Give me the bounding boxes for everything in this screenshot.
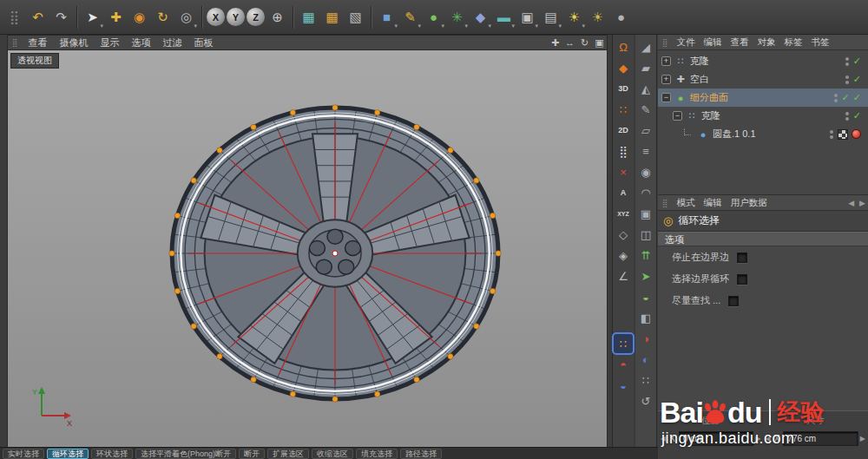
- attribute-manager-menu-item-1[interactable]: 编辑: [700, 195, 727, 210]
- normal-move-icon[interactable]: ◒: [614, 376, 633, 395]
- attribute-manager-menu-item-2[interactable]: 用户数据: [727, 195, 772, 210]
- tweak-tool-icon[interactable]: ◢: [636, 37, 655, 56]
- tree-expander[interactable]: −: [673, 111, 682, 121]
- scale-tool-icon[interactable]: ◉: [128, 6, 150, 28]
- enabled-check-icon[interactable]: ✓: [853, 74, 861, 85]
- bottom-tab-1[interactable]: 循环选择: [47, 449, 89, 459]
- snap-enable-icon[interactable]: Ω: [614, 37, 633, 56]
- spinner-right-icon[interactable]: ▶: [860, 435, 865, 443]
- normal-scale-icon[interactable]: ◒: [636, 287, 655, 306]
- lock-y-button[interactable]: Y: [227, 8, 245, 26]
- object-row-disc[interactable]: ●圆盘.1 0.1: [658, 125, 868, 143]
- size-x-field[interactable]: 776 cm: [783, 431, 858, 446]
- weld-tool-icon[interactable]: ◉: [636, 162, 655, 181]
- last-tool-icon[interactable]: ◎▾: [175, 6, 197, 28]
- panel-grip-icon[interactable]: ⣿: [658, 199, 673, 207]
- perspective-viewport[interactable]: 透视视图 Y X: [7, 50, 608, 447]
- axis-modify-icon[interactable]: ◓: [614, 355, 633, 374]
- viewport-menu-item-3[interactable]: 选项: [126, 36, 157, 49]
- snap-grid-icon[interactable]: ∷: [614, 100, 633, 119]
- material-tag-icon[interactable]: [852, 129, 861, 139]
- display-button[interactable]: ▤▾: [540, 6, 562, 28]
- visibility-dots-icon[interactable]: [845, 57, 849, 66]
- brush-tool-icon[interactable]: ◠: [636, 183, 655, 202]
- primitive-cube-button[interactable]: ■▾: [376, 6, 398, 28]
- bottom-tab-5[interactable]: 扩展选区: [267, 449, 309, 459]
- bottom-tab-7[interactable]: 填充选择: [356, 449, 398, 459]
- workplane-icon[interactable]: ◇: [614, 225, 633, 244]
- zoom-view-icon[interactable]: ↔: [562, 37, 577, 48]
- visibility-dots-icon[interactable]: [834, 94, 838, 102]
- pan-view-icon[interactable]: ✚: [548, 37, 562, 49]
- panel-grip-icon[interactable]: ⣿: [8, 38, 23, 47]
- coord-system-button[interactable]: ⊕: [266, 6, 288, 28]
- tree-expander[interactable]: −: [661, 93, 671, 102]
- tree-expander[interactable]: +: [661, 56, 671, 66]
- close-hole-icon[interactable]: ▣: [636, 204, 655, 223]
- light-button[interactable]: ☀▾: [563, 6, 585, 28]
- rotate-view-icon[interactable]: ↻: [577, 37, 592, 49]
- lock-z-button[interactable]: Z: [247, 8, 265, 26]
- loop-selection-tool-icon[interactable]: ∷: [614, 334, 633, 353]
- subdivision-surface-button[interactable]: ●▾: [423, 6, 444, 28]
- viewport-menu-item-2[interactable]: 显示: [95, 36, 126, 49]
- panel-nav-left-icon[interactable]: ◀: [845, 199, 857, 207]
- reset-tool-icon[interactable]: ↺: [636, 391, 655, 410]
- light2-button[interactable]: ☀: [587, 6, 608, 28]
- spline-pen-button[interactable]: ✎▾: [399, 6, 421, 28]
- snap-3d-icon[interactable]: 3D: [614, 79, 633, 98]
- visibility-dots-icon[interactable]: [845, 75, 849, 84]
- object-row-cloner[interactable]: −∷克隆✓: [658, 107, 868, 125]
- mograph-button[interactable]: ✳▾: [446, 6, 468, 28]
- object-manager-menu-item-0[interactable]: 文件: [673, 35, 700, 49]
- axis-center-icon[interactable]: ◑: [636, 329, 655, 348]
- snap-vertex-icon[interactable]: ◆: [614, 58, 633, 77]
- auto-mode-icon[interactable]: A: [614, 183, 633, 202]
- spinner-left-icon[interactable]: ◀: [766, 435, 771, 443]
- bottom-tab-3[interactable]: 选择平滑着色(Phong)断开: [135, 449, 236, 459]
- grid-points-icon[interactable]: ⣿: [614, 141, 633, 161]
- deformer-button[interactable]: ◆▾: [470, 6, 491, 28]
- viewport-menu-item-4[interactable]: 过滤: [157, 36, 188, 49]
- panel-grip-icon[interactable]: ⣿: [658, 38, 673, 47]
- rotate-tool-icon[interactable]: ↻: [152, 6, 174, 28]
- enabled-check-icon[interactable]: ✓: [853, 92, 861, 103]
- mirror-tool-icon[interactable]: ◐: [636, 350, 655, 369]
- visibility-dots-icon[interactable]: [845, 112, 849, 121]
- select-boundary-loop-checkbox[interactable]: [737, 274, 747, 285]
- bottom-tab-2[interactable]: 环状选择: [91, 449, 133, 459]
- live-selection-icon[interactable]: ➤▾: [82, 6, 103, 28]
- axis-xyz-icon[interactable]: XYZ: [614, 204, 633, 223]
- stop-at-boundary-edges-checkbox[interactable]: [737, 252, 747, 263]
- tree-expander[interactable]: +: [661, 75, 671, 84]
- undo-icon[interactable]: ↶: [27, 6, 49, 28]
- bevel-tool-icon[interactable]: ◭: [636, 79, 655, 98]
- object-manager-menu-item-3[interactable]: 对象: [753, 35, 780, 49]
- object-manager-menu-item-1[interactable]: 编辑: [700, 35, 727, 49]
- material-sphere-button[interactable]: ●: [610, 6, 632, 28]
- object-manager-menu-item-5[interactable]: 书签: [807, 35, 834, 49]
- toggle-view-icon[interactable]: ▣: [592, 37, 607, 49]
- camera-button[interactable]: ▣▾: [516, 6, 538, 28]
- viewport-menu-item-1[interactable]: 摄像机: [54, 36, 95, 49]
- workplane-lock-icon[interactable]: ◈: [614, 246, 633, 265]
- viewport-menu-item-5[interactable]: 面板: [188, 36, 220, 49]
- render-view-button[interactable]: ▦: [298, 6, 319, 28]
- smooth-shift-icon[interactable]: ⇈: [636, 246, 655, 265]
- object-row-sds[interactable]: −●细分曲面✓✓: [658, 89, 868, 107]
- options-section-header[interactable]: 选项: [658, 232, 868, 246]
- redo-icon[interactable]: ↷: [50, 6, 72, 28]
- snap-2d-icon[interactable]: 2D: [614, 121, 633, 140]
- quantize-icon[interactable]: ∠: [614, 266, 633, 285]
- move-tool-icon[interactable]: ✚: [105, 6, 127, 28]
- viewport-menu-item-0[interactable]: 查看: [23, 36, 54, 49]
- object-manager-menu-item-2[interactable]: 查看: [727, 35, 753, 49]
- bottom-tab-4[interactable]: 断开: [239, 449, 265, 459]
- polygon-pen-icon[interactable]: ▱: [636, 121, 655, 140]
- find-as-possible-checkbox[interactable]: [728, 296, 739, 306]
- visibility-dots-icon[interactable]: [830, 130, 833, 139]
- bottom-tab-6[interactable]: 收缩选区: [312, 449, 353, 459]
- extrude-tool-icon[interactable]: ▰: [636, 58, 655, 77]
- texture-tag-icon[interactable]: [838, 129, 848, 140]
- palette-grip-icon[interactable]: ⣿: [3, 6, 25, 28]
